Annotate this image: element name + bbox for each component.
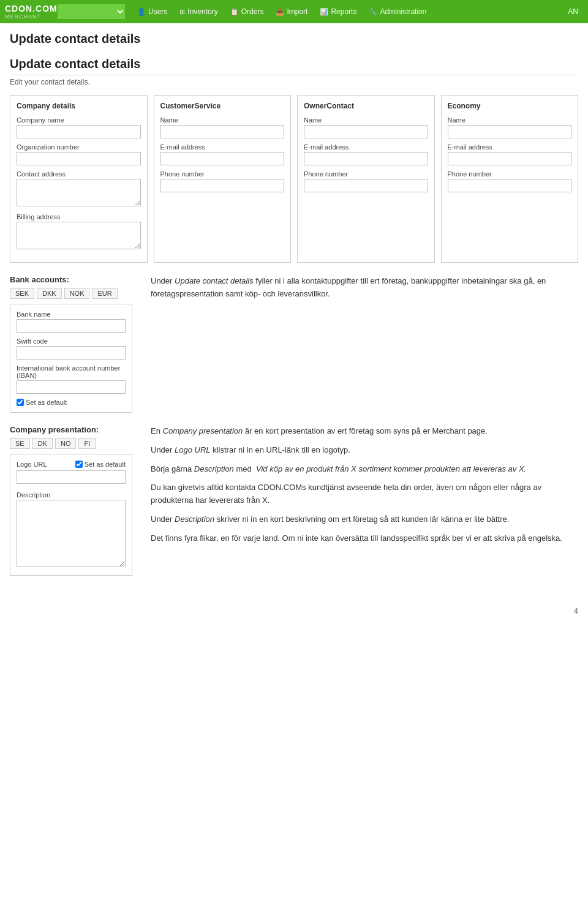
nav-item-orders[interactable]: 📋 Orders [224,0,270,23]
cs-phone-label: Phone number [160,170,285,178]
cs-email-input[interactable] [160,152,285,165]
owner-contact-title: OwnerContact [304,102,428,110]
pres-tab-dk[interactable]: DK [32,438,53,449]
economy-title: Economy [448,102,572,110]
bank-name-label: Bank name [17,311,126,318]
contact-address-input[interactable] [17,179,141,206]
company-presentation-section: Company presentation: SE DK NO FI Logo U… [10,425,138,576]
oc-phone-input[interactable] [304,179,428,192]
org-number-input[interactable] [17,152,141,165]
swift-code-field: Swift code [17,337,126,360]
cs-email-field: E-mail address [160,143,285,165]
oc-name-field: Name [304,116,428,138]
pres-tab-se[interactable]: SE [10,438,30,449]
nav-label-inventory: Inventory [187,7,217,16]
nav-item-inventory[interactable]: ⊞ Inventory [173,0,224,23]
nav-item-import[interactable]: 📥 Import [270,0,314,23]
pres-tab-fi[interactable]: FI [78,438,96,449]
ec-name-label: Name [448,116,572,124]
cs-phone-input[interactable] [160,179,285,192]
oc-phone-field: Phone number [304,170,428,192]
pres-tab-no[interactable]: NO [55,438,77,449]
desc3-p2: Under Description skriver ni in en kort … [151,513,578,526]
logo-top: CDON.COM [5,4,58,13]
ec-phone-input[interactable] [448,179,572,192]
navbar-logo: CDON.COM MERCHANT [5,4,54,20]
billing-address-label: Billing address [17,213,141,220]
nav-label-orders: Orders [241,7,264,16]
presentation-panel: Logo URL Set as default Description [10,454,132,576]
nav-label-import: Import [287,7,307,16]
set-as-default-label: Set as default [26,399,67,406]
company-name-label: Company name [17,116,141,124]
pres-set-default-checkbox[interactable] [75,461,83,468]
contact-address-label: Contact address [17,170,141,178]
swift-code-input[interactable] [17,346,126,360]
inventory-icon: ⊞ [179,8,185,16]
set-as-default-row: Set as default [17,399,126,406]
desc2-p2: Under Logo URL klistrar ni in en URL-län… [151,444,578,457]
logo-url-label: Logo URL [17,461,47,468]
iban-label: International bank account number (IBAN) [17,364,126,379]
bank-tab-dkk[interactable]: DKK [37,288,62,299]
company-details-panel: Company details Company name Organizatio… [10,95,148,263]
bank-description-text: Under Update contact details fyller ni i… [151,275,578,307]
cs-email-label: E-mail address [160,143,285,151]
iban-input[interactable] [17,380,126,394]
cs-name-input[interactable] [160,125,285,138]
store-select[interactable] [58,4,125,19]
presentation-language-tabs: SE DK NO FI [10,438,138,449]
ec-name-field: Name [448,116,572,138]
presentation-text-section: Company presentation: SE DK NO FI Logo U… [10,425,578,576]
iban-field: International bank account number (IBAN) [17,364,126,394]
bank-accounts-section: Bank accounts: SEK DKK NOK EUR Bank name… [10,275,138,413]
outer-page-title: Update contact details [0,23,588,51]
desc3-p1: Du kan givetvis alltid kontakta CDON.COM… [151,481,578,507]
company-presentation-heading: Company presentation: [10,425,138,434]
customer-service-title: CustomerService [160,102,285,110]
oc-email-input[interactable] [304,152,428,165]
page-number: 4 [0,600,588,622]
billing-address-input[interactable] [17,222,141,249]
bank-name-input[interactable] [17,319,126,333]
presentation-description-text: En Company presentation är en kort prese… [151,425,578,551]
billing-address-field: Billing address [17,213,141,251]
company-name-field: Company name [17,116,141,138]
nav-item-administration[interactable]: 🔧 Administration [363,0,432,23]
economy-panel: Economy Name E-mail address Phone number [441,95,579,263]
main-content: Update contact details Edit your contact… [0,51,588,600]
pres-set-default-row: Set as default [75,461,126,468]
description-textarea[interactable] [17,500,126,567]
navbar-user-initials: AN [568,7,583,16]
ec-phone-field: Phone number [448,170,572,192]
contact-form-panels: Company details Company name Organizatio… [10,95,578,263]
ec-name-input[interactable] [448,125,572,138]
company-name-input[interactable] [17,125,141,138]
oc-name-label: Name [304,116,428,124]
bank-tab-sek[interactable]: SEK [10,288,34,299]
owner-contact-panel: OwnerContact Name E-mail address Phone n… [297,95,435,263]
customer-service-panel: CustomerService Name E-mail address Phon… [154,95,292,263]
pres-set-default-label: Set as default [85,461,126,468]
bank-tab-eur[interactable]: EUR [92,288,117,299]
nav-label-administration: Administration [380,7,426,16]
ec-email-input[interactable] [448,152,572,165]
oc-name-input[interactable] [304,125,428,138]
bank-text-section: Bank accounts: SEK DKK NOK EUR Bank name… [10,275,578,413]
nav-item-reports[interactable]: 📊 Reports [314,0,363,23]
logo-url-row: Logo URL Set as default [17,461,126,468]
desc2-p1: En Company presentation är en kort prese… [151,425,578,438]
ec-email-label: E-mail address [448,143,572,151]
logo-url-input[interactable] [17,470,126,484]
set-as-default-checkbox[interactable] [17,399,24,406]
desc3-p3: Det finns fyra flikar, en för varje land… [151,532,578,545]
bank-tab-nok[interactable]: NOK [64,288,90,299]
nav-label-reports: Reports [331,7,356,16]
inner-page-title: Update contact details [10,57,578,75]
company-details-title: Company details [17,102,141,110]
nav-item-users[interactable]: 👤 Users [131,0,173,23]
top-navbar: CDON.COM MERCHANT 👤 Users ⊞ Inventory 📋 … [0,0,588,23]
ec-email-field: E-mail address [448,143,572,165]
org-number-label: Organization number [17,143,141,151]
logo-sub: MERCHANT [5,13,41,20]
